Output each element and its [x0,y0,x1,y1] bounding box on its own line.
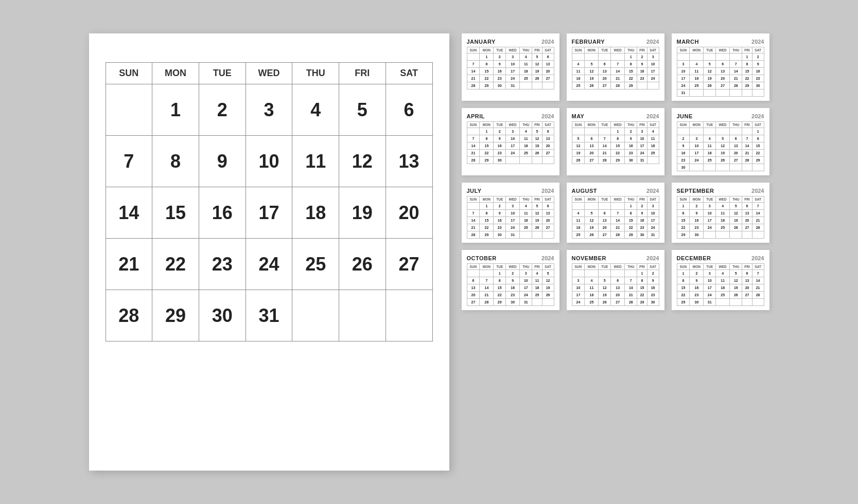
large-day-cell [339,290,386,341]
small-day-cell: 18 [647,142,659,150]
small-day-cell: 8 [494,277,506,284]
large-day-cell: 12 [339,136,386,187]
small-day-cell: 8 [677,277,690,284]
small-day-cell: 10 [704,277,716,284]
small-year: 2024 [646,39,659,45]
small-day-cell: 17 [520,284,532,292]
small-day-cell: 28 [467,157,480,164]
small-year: 2024 [646,188,659,194]
small-day-cell: 30 [494,231,506,239]
small-day-cell: 24 [690,157,704,164]
small-day-cell: 5 [585,61,599,68]
small-month-name: APRIL [467,113,485,119]
small-week-row: 12 [677,53,764,61]
small-day-header-cell: MON [585,122,599,128]
small-day-cell: 14 [625,284,637,292]
small-day-cell: 11 [520,61,532,68]
small-year: 2024 [751,113,764,119]
small-day-header-cell: SUN [677,264,690,270]
small-day-cell: 8 [752,135,764,142]
small-day-cell: 22 [625,224,637,231]
small-day-header-cell: SAT [542,196,554,203]
small-day-cell: 13 [542,135,554,142]
small-day-cell: 7 [480,277,494,284]
small-day-cell: 26 [542,292,554,299]
small-cal-header: JULY2024 [467,188,554,194]
small-day-cell: 27 [716,82,730,89]
small-year: 2024 [751,188,764,194]
small-day-header-cell: FRI [742,47,752,53]
small-day-header-cell: THU [625,122,637,128]
small-day-header-cell: TUE [599,196,611,203]
small-day-cell: 18 [572,224,585,231]
small-days-header: SUNMONTUEWEDTHUFRISAT [467,47,554,53]
small-day-cell: 12 [716,142,730,150]
small-day-cell: 9 [637,61,647,68]
small-day-cell: 18 [532,284,542,292]
small-day-cell: 5 [730,270,742,277]
small-day-header-cell: WED [716,264,730,270]
small-day-cell: 2 [690,270,704,277]
small-day-cell: 18 [572,75,585,82]
small-day-cell: 13 [730,142,742,150]
small-day-header-cell: MON [690,264,704,270]
small-day-cell: 5 [704,61,716,68]
small-day-header-cell: SAT [752,264,764,270]
small-day-header-cell: THU [520,196,532,203]
small-day-header-cell: THU [625,47,637,53]
small-day-cell: 22 [480,224,494,231]
small-day-cell [611,203,625,210]
small-week-row: 28293031 [467,231,554,239]
small-day-cell: 29 [742,82,752,89]
small-day-header-cell: FRI [637,47,647,53]
small-day-cell [520,82,532,89]
small-week-row: 2930 [677,231,764,239]
small-day-header-cell: TUE [599,122,611,128]
small-day-cell: 25 [690,82,704,89]
small-day-cell: 2 [637,53,647,61]
small-day-header-cell: THU [730,196,742,203]
small-day-cell: 26 [532,150,542,157]
small-day-cell: 25 [716,224,730,231]
small-day-cell: 22 [677,224,690,231]
small-day-cell: 19 [704,75,716,82]
small-day-cell: 25 [520,224,532,231]
small-day-cell: 26 [572,157,585,164]
small-week-row: 12131415161718 [572,142,659,150]
small-day-cell: 28 [752,292,764,299]
small-day-cell: 14 [752,210,764,217]
small-day-header-cell: FRI [532,47,542,53]
small-week-row: 18192021222324 [572,75,659,82]
small-day-cell: 13 [742,210,752,217]
small-cal-header: JUNE2024 [677,113,764,119]
small-day-cell [704,53,716,61]
small-day-cell: 22 [480,75,494,82]
small-week-row: 78910111213 [467,61,554,68]
small-week-row: 2728293031 [467,299,554,306]
small-day-cell [742,128,752,135]
small-year: 2024 [646,255,659,261]
small-day-cell: 19 [730,217,742,224]
small-day-cell [730,231,742,239]
small-day-cell: 1 [480,128,494,135]
small-day-cell: 23 [494,224,506,231]
small-days-header: SUNMONTUEWEDTHUFRISAT [572,47,659,53]
small-day-cell: 9 [690,210,704,217]
small-day-header-cell: WED [611,122,625,128]
small-day-header-cell: WED [506,264,520,270]
small-week-row: 3456789 [677,61,764,68]
small-day-cell: 18 [716,217,730,224]
small-day-cell [599,203,611,210]
small-day-cell: 27 [585,157,599,164]
large-day-tue: TUE [199,63,246,84]
small-day-cell: 21 [625,292,637,299]
small-day-cell: 4 [520,128,532,135]
small-day-header-cell: MON [585,264,599,270]
small-day-cell: 25 [647,150,659,157]
small-day-cell: 17 [506,217,520,224]
small-day-cell: 7 [611,61,625,68]
small-day-cell [467,128,480,135]
small-day-cell: 2 [752,53,764,61]
small-week-row: 12 [572,270,659,277]
small-days-header: SUNMONTUEWEDTHUFRISAT [467,264,554,270]
